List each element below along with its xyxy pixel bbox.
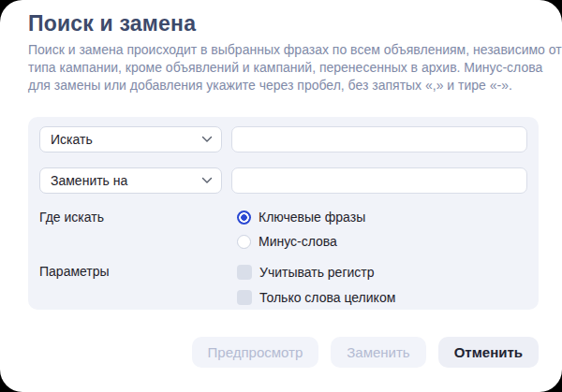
checkbox-label: Только слова целиком (259, 290, 395, 305)
cancel-button[interactable]: Отменить (438, 337, 539, 368)
chevron-down-icon (201, 177, 213, 184)
form-panel: Искать Заменить на Где искать Ключ (28, 117, 539, 310)
replace-mode-value: Заменить на (51, 173, 127, 188)
checkbox-label: Учитывать регистр (259, 265, 375, 280)
params-options: Учитывать регистр Только слова целиком (237, 259, 395, 310)
radio-label: Минус-слова (259, 234, 337, 249)
search-mode-value: Искать (51, 132, 93, 147)
params-group: Параметры Учитывать регистр Только слова… (39, 259, 527, 310)
checkbox-unchecked-icon[interactable] (237, 265, 252, 280)
preview-button[interactable]: Предпросмотр (192, 337, 319, 368)
where-group: Где искать Ключевые фразы Минус-слова (39, 205, 527, 254)
radio-minus-words[interactable]: Минус-слова (237, 229, 365, 254)
dialog-description: Поиск и замена происходит в выбранных фр… (28, 41, 539, 94)
radio-keyword-phrases[interactable]: Ключевые фразы (237, 205, 365, 229)
description-line: Поиск и замена происходит в выбранных фр… (28, 41, 539, 59)
dialog-title: Поиск и замена (28, 11, 196, 36)
params-group-label: Параметры (39, 259, 237, 310)
radio-selected-icon[interactable] (237, 211, 251, 225)
replace-mode-select[interactable]: Заменить на (39, 167, 222, 194)
where-options: Ключевые фразы Минус-слова (237, 205, 365, 254)
description-line: для замены или добавления укажите через … (28, 77, 539, 94)
replace-row: Заменить на (39, 167, 527, 194)
search-input[interactable] (231, 126, 527, 152)
search-row: Искать (39, 126, 527, 152)
radio-unselected-icon[interactable] (237, 235, 251, 249)
description-line: типа кампании, кроме объявлений и кампан… (28, 59, 539, 77)
where-group-label: Где искать (39, 205, 237, 254)
replace-button[interactable]: Заменить (331, 337, 425, 368)
footer-actions: Предпросмотр Заменить Отменить (192, 337, 539, 368)
radio-label: Ключевые фразы (259, 210, 365, 225)
search-replace-dialog: Поиск и замена Поиск и замена происходит… (0, 0, 562, 392)
checkbox-unchecked-icon[interactable] (237, 290, 252, 305)
checkbox-whole-words[interactable]: Только слова целиком (237, 284, 395, 310)
chevron-down-icon (201, 136, 213, 143)
replace-input[interactable] (231, 167, 527, 194)
search-mode-select[interactable]: Искать (39, 126, 222, 152)
checkbox-match-case[interactable]: Учитывать регистр (237, 259, 395, 284)
